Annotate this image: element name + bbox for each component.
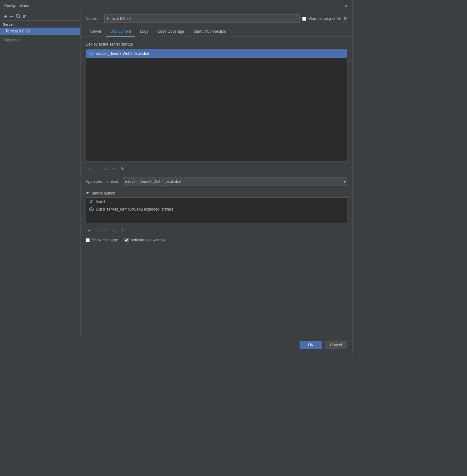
svg-marker-12 (86, 192, 89, 194)
svg-marker-10 (104, 168, 107, 170)
svg-marker-14 (90, 200, 93, 202)
right-panel: Name: Store as project file ⚙ Server Dep… (81, 11, 352, 337)
sidebar-templates-section[interactable]: Templates (0, 37, 80, 44)
svg-marker-18 (121, 229, 124, 232)
remove-config-icon[interactable] (9, 14, 14, 19)
bottom-checkboxes: Show this page Activate tool window (86, 235, 347, 245)
before-launch-item-artifact-label: Build 'servlet_demo3:Web2 exploded' arti… (96, 207, 173, 212)
cancel-button[interactable]: Cancel (325, 341, 347, 349)
deploy-up-btn[interactable] (102, 165, 109, 172)
svg-marker-9 (90, 52, 93, 55)
deploy-item-label-0: servlet_demo3:Web2 exploded (96, 51, 149, 56)
name-label: Name: (86, 16, 102, 21)
before-launch-label: Before launch (91, 191, 115, 195)
store-project-file-row: Store as project file ⚙ (302, 16, 347, 21)
add-config-icon[interactable] (3, 14, 8, 19)
before-launch-item-artifact[interactable]: Build 'servlet_demo3:Web2 exploded' arti… (86, 205, 347, 213)
before-launch-toolbar: + − ✎ (86, 226, 347, 235)
ok-button[interactable]: OK (300, 341, 322, 349)
store-project-file-label: Store as project file (308, 16, 341, 21)
gear-icon[interactable]: ⚙ (343, 16, 347, 21)
svg-marker-17 (113, 229, 116, 231)
dialog-title: Configurations (4, 4, 29, 8)
build-icon (89, 199, 94, 204)
activate-tool-label: Activate tool window (131, 238, 166, 242)
name-row: Name: Store as project file ⚙ (81, 11, 352, 26)
app-context-row: Application context: /servlet_demo3_Web2… (86, 177, 347, 186)
svg-marker-16 (90, 208, 93, 211)
svg-marker-11 (113, 168, 116, 170)
content-area: Deploy at the server startup servlet_dem… (81, 37, 352, 337)
app-context-label: Application context: (86, 179, 119, 184)
app-context-select-wrapper: /servlet_demo3_Web2_exploded (123, 177, 347, 186)
app-context-select[interactable]: /servlet_demo3_Web2_exploded (123, 177, 347, 186)
tabs-bar: Server Deployment Logs Code Coverage Sta… (81, 26, 352, 37)
before-launch-item-build[interactable]: Build (86, 198, 347, 205)
before-launch-down-btn[interactable] (119, 227, 126, 234)
deploy-item-0[interactable]: servlet_demo3:Web2 exploded (86, 49, 347, 58)
deploy-section-label: Deploy at the server startup (86, 42, 347, 47)
before-launch-header[interactable]: Before launch (86, 191, 347, 195)
deploy-add-btn[interactable]: + (86, 165, 93, 172)
activate-tool-checkbox[interactable] (124, 238, 129, 242)
sidebar: Server Tomcat 9.0.29 Templates (0, 11, 81, 337)
tab-deployment[interactable]: Deployment (106, 27, 135, 37)
title-bar: Configurations × (0, 0, 352, 11)
deploy-toolbar: + − ✎ (86, 164, 347, 174)
tab-logs[interactable]: Logs (135, 27, 153, 37)
deploy-edit-btn[interactable]: ✎ (119, 165, 126, 172)
sidebar-item-tomcat[interactable]: Tomcat 9.0.29 (0, 28, 80, 35)
copy-config-icon[interactable] (16, 14, 21, 19)
before-launch-item-build-label: Build (96, 199, 105, 204)
svg-rect-4 (16, 14, 19, 17)
tab-code-coverage[interactable]: Code Coverage (153, 27, 189, 37)
before-launch-up-btn[interactable] (111, 227, 118, 234)
tab-startup-connection[interactable]: Startup/Connection (189, 27, 231, 37)
deploy-down-btn[interactable] (111, 165, 118, 172)
sidebar-toolbar (0, 13, 80, 21)
show-page-checkbox[interactable] (86, 238, 90, 242)
store-project-file-checkbox[interactable] (302, 17, 306, 21)
artifact-icon (89, 51, 94, 56)
svg-rect-13 (89, 202, 92, 203)
name-input[interactable] (104, 14, 300, 23)
close-button[interactable]: × (344, 3, 349, 8)
before-launch-chevron-icon (86, 191, 89, 195)
show-page-checkbox-row[interactable]: Show this page (86, 238, 118, 242)
before-launch-edit-btn[interactable]: ✎ (102, 227, 109, 234)
before-launch-section: Build Build 'servlet_demo3:Web2 exploded… (86, 197, 347, 223)
footer: OK Cancel (0, 337, 352, 353)
before-launch-remove-btn[interactable]: − (94, 227, 101, 234)
sidebar-server-section: Server (0, 21, 80, 28)
before-launch-add-btn[interactable]: + (86, 227, 93, 234)
activate-tool-checkbox-row[interactable]: Activate tool window (124, 238, 166, 242)
sort-icon[interactable] (22, 14, 27, 19)
before-launch-artifact-icon (89, 207, 94, 212)
show-page-label: Show this page (92, 238, 118, 242)
deploy-remove-btn[interactable]: − (94, 165, 101, 172)
deploy-list: servlet_demo3:Web2 exploded (86, 49, 347, 161)
tab-server[interactable]: Server (86, 27, 106, 37)
